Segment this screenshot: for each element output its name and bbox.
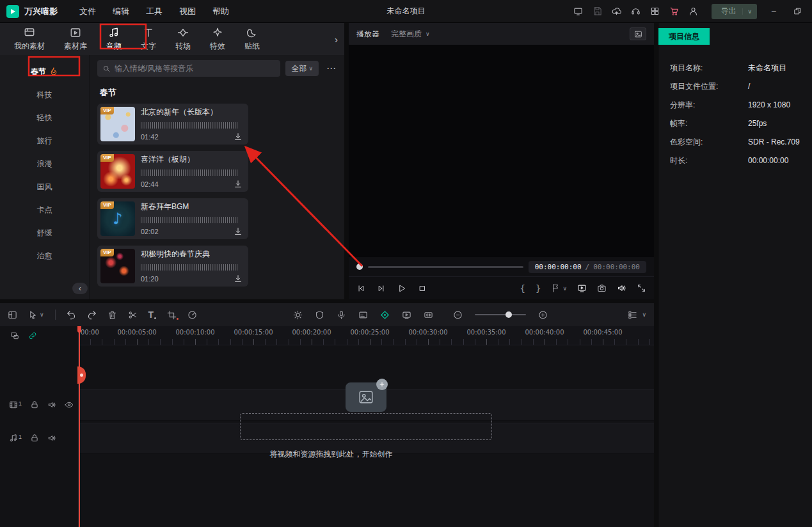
mute-speaker-icon[interactable]	[47, 400, 56, 409]
tab-text[interactable]: 文字	[141, 27, 156, 52]
category-spring-festival[interactable]: 春节	[0, 60, 89, 83]
screen-record-icon[interactable]	[402, 310, 411, 320]
category-tech[interactable]: 科技	[0, 83, 89, 106]
category-soothing[interactable]: 舒缓	[0, 221, 89, 244]
restore-button[interactable]	[790, 7, 804, 15]
tab-effects[interactable]: 特效	[210, 27, 225, 52]
fire-icon	[49, 67, 58, 76]
color-adjust-icon[interactable]	[293, 310, 303, 320]
menu-tools[interactable]: 工具	[146, 6, 163, 17]
minimize-button[interactable]: −	[767, 6, 781, 17]
playhead[interactable]	[79, 326, 80, 527]
marker-dropdown-button[interactable]: ∨	[551, 283, 567, 293]
snapshot-camera-button[interactable]	[597, 283, 607, 293]
music-card-4[interactable]: VIP 积极明快的春节庆典 01:20	[97, 246, 248, 287]
download-icon[interactable]	[234, 180, 243, 189]
tab-project-info[interactable]: 项目信息	[658, 28, 710, 45]
cart-icon[interactable]	[669, 6, 679, 16]
tab-my-media[interactable]: 我的素材	[14, 27, 45, 52]
support-headset-icon[interactable]	[631, 6, 641, 16]
preview-image-button[interactable]	[630, 28, 646, 40]
speed-tool-icon[interactable]	[187, 310, 197, 320]
stop-button[interactable]	[418, 284, 427, 293]
download-icon[interactable]	[234, 132, 243, 141]
category-romance[interactable]: 浪漫	[0, 152, 89, 175]
eye-visibility-icon[interactable]	[65, 400, 74, 409]
apps-grid-icon[interactable]	[650, 6, 660, 16]
export-dropdown-icon[interactable]: ∨	[742, 8, 752, 15]
mark-in-button[interactable]: {	[520, 283, 525, 294]
text-tool-icon[interactable]: T	[148, 310, 157, 319]
music-card-3[interactable]: ♪ VIP 新春拜年BGM 02:02	[97, 198, 248, 239]
redo-icon[interactable]	[87, 310, 97, 320]
link-clips-icon[interactable]	[28, 331, 37, 340]
subtitle-icon[interactable]	[358, 310, 368, 320]
pip-tracks-icon[interactable]	[10, 331, 19, 340]
zoom-slider-knob[interactable]	[506, 311, 512, 318]
mark-out-button[interactable]: }	[536, 283, 541, 294]
timeline-ruler[interactable]: 00:00 00:00:05:00 00:00:10:00 00:00:15:0…	[79, 326, 654, 345]
category-travel[interactable]: 旅行	[0, 129, 89, 152]
mascot-handle[interactable]	[77, 366, 86, 384]
user-account-icon[interactable]	[689, 6, 698, 16]
cloud-upload-icon[interactable]	[612, 6, 621, 16]
undo-icon[interactable]	[67, 310, 76, 320]
download-icon[interactable]	[234, 274, 243, 283]
more-tabs-button[interactable]: ›	[335, 34, 338, 45]
save-icon[interactable]	[593, 6, 602, 16]
download-icon[interactable]	[234, 227, 243, 236]
seek-knob[interactable]	[356, 264, 363, 270]
workspace-layout-icon[interactable]	[573, 6, 583, 16]
quality-dropdown[interactable]: 完整画质 ∨	[391, 29, 430, 40]
zoom-out-icon[interactable]	[453, 310, 463, 320]
select-tool-icon[interactable]: ∨	[28, 310, 44, 320]
export-button[interactable]: 导出 ∨	[712, 4, 757, 19]
next-frame-button[interactable]	[377, 284, 386, 293]
keyframe-icon[interactable]	[380, 310, 390, 320]
music-card-2[interactable]: VIP 喜洋洋（板胡） 02:44	[97, 151, 248, 192]
more-options-button[interactable]: ⋯	[324, 63, 339, 74]
split-scissors-icon[interactable]	[128, 310, 138, 320]
mask-shield-icon[interactable]	[315, 310, 324, 320]
fullscreen-button[interactable]	[637, 283, 646, 293]
menu-view[interactable]: 视图	[179, 6, 196, 17]
zoom-in-icon[interactable]	[538, 310, 548, 320]
seek-bar[interactable]	[368, 266, 523, 268]
tab-stock-library[interactable]: 素材库	[64, 27, 87, 52]
add-media-plus-icon[interactable]	[376, 379, 388, 390]
menu-help[interactable]: 帮助	[212, 6, 229, 17]
panel-layout-icon[interactable]	[8, 310, 17, 320]
lock-icon[interactable]	[30, 400, 39, 409]
playhead-grip[interactable]	[77, 326, 81, 333]
track-manager-dropdown-icon[interactable]: ∨	[642, 311, 646, 318]
category-chinese-style[interactable]: 国风	[0, 175, 89, 198]
timeline-zoom-slider[interactable]	[475, 314, 526, 315]
search-input[interactable]	[115, 64, 275, 73]
crop-tool-icon[interactable]	[167, 310, 177, 320]
mute-speaker-icon[interactable]	[47, 434, 56, 443]
auto-ripple-icon[interactable]	[424, 310, 433, 320]
category-upbeat[interactable]: 轻快	[0, 106, 89, 129]
track-manager-icon[interactable]	[628, 310, 637, 320]
crop-display-button[interactable]	[577, 283, 587, 293]
tab-stickers[interactable]: 贴纸	[244, 27, 260, 52]
filter-all-dropdown[interactable]: 全部 ∨	[285, 61, 319, 76]
record-mic-icon[interactable]	[337, 310, 346, 320]
toolbar-left-group: ∨ T	[8, 310, 197, 320]
current-time: 00:00:00:00	[535, 263, 582, 271]
delete-icon[interactable]	[107, 310, 117, 320]
play-button[interactable]	[397, 284, 406, 293]
category-healing[interactable]: 治愈	[0, 244, 89, 267]
media-drop-zone[interactable]	[240, 413, 492, 440]
music-card-1[interactable]: VIP 北京的新年（长版本） 01:42	[97, 104, 248, 145]
previous-frame-button[interactable]	[356, 284, 365, 293]
lock-icon[interactable]	[30, 434, 39, 443]
volume-button[interactable]	[617, 283, 626, 293]
menu-edit[interactable]: 编辑	[113, 6, 129, 17]
category-beat-sync[interactable]: 卡点	[0, 198, 89, 221]
collapse-sidebar-button[interactable]: ‹	[72, 283, 88, 294]
tab-transitions[interactable]: 转场	[175, 27, 191, 52]
menu-file[interactable]: 文件	[79, 6, 96, 17]
section-title: 春节	[100, 87, 339, 98]
tab-audio[interactable]: 音频	[106, 27, 122, 52]
